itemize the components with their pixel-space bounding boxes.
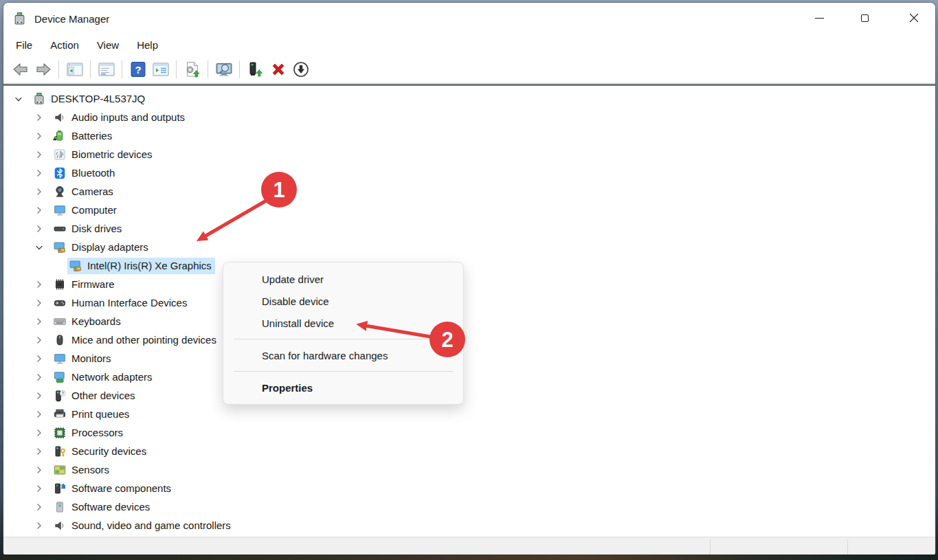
update-driver-button[interactable] [181, 58, 203, 80]
svg-text:?: ? [61, 390, 64, 395]
action-pane-button[interactable] [150, 58, 171, 80]
toolbar-separator [122, 60, 122, 78]
printer-icon [53, 407, 67, 421]
context-menu-item-properties[interactable]: Properties [223, 377, 463, 399]
tree-item-content: Intel(R) Iris(R) Xe Graphics [67, 258, 215, 274]
menu-file[interactable]: File [7, 36, 41, 54]
hid-icon [53, 296, 67, 310]
chevron-right-icon[interactable] [32, 148, 46, 161]
tree-item-content: Software components [52, 480, 175, 497]
show-console-tree-button[interactable] [64, 58, 85, 80]
tree-item[interactable]: Software devices [3, 497, 935, 516]
close-button[interactable] [898, 3, 930, 33]
chevron-right-icon[interactable] [32, 296, 46, 310]
context-menu-item-uninstall-device[interactable]: Uninstall device [223, 312, 463, 334]
chevron-down-icon[interactable] [32, 240, 46, 254]
chevron-right-icon[interactable] [32, 463, 46, 477]
chevron-right-icon[interactable] [32, 352, 46, 366]
tree-item[interactable]: Firmware [3, 275, 935, 293]
tree-item-label: Keyboards [71, 315, 121, 327]
chevron-right-icon[interactable] [32, 203, 46, 217]
tree-item-content: Bluetooth [52, 165, 118, 181]
tree-item-label: Human Interface Devices [71, 297, 187, 309]
tree-item-content: Security devices [52, 443, 150, 460]
tree-item[interactable]: Intel(R) Iris(R) Xe Graphics [3, 256, 935, 275]
down-arrow-circle-icon [292, 60, 310, 78]
forward-arrow-icon [34, 60, 52, 78]
update-device-driver-button[interactable] [245, 58, 266, 80]
context-menu-item-disable-device[interactable]: Disable device [223, 290, 463, 312]
back-button[interactable] [10, 58, 31, 80]
tree-item-label: Computer [71, 204, 117, 216]
tree-item[interactable]: Print queues [3, 405, 935, 423]
menu-view[interactable]: View [88, 36, 128, 54]
tree-item[interactable]: Sound, video and game controllers [3, 516, 935, 535]
sensor-icon [53, 463, 67, 477]
scan-hardware-changes-button[interactable] [213, 58, 234, 80]
tree-item[interactable]: Mice and other pointing devices [3, 331, 935, 349]
forward-button[interactable] [32, 58, 54, 80]
tree-item[interactable]: ?Other devices [3, 386, 935, 405]
chevron-right-icon[interactable] [32, 426, 46, 440]
tree-item[interactable]: DESKTOP-4L537JQ [3, 89, 935, 108]
tree-item[interactable]: Bluetooth [3, 164, 935, 182]
tree-item-label: Bluetooth [71, 167, 115, 179]
help-icon: ? [129, 60, 147, 78]
uninstall-device-button[interactable] [267, 58, 289, 80]
chevron-right-icon[interactable] [32, 222, 46, 236]
chevron-right-icon[interactable] [32, 111, 46, 124]
tree-item[interactable]: Monitors [3, 349, 935, 368]
tree-item[interactable]: Biometric devices [3, 145, 935, 164]
tree-item-label: Security devices [71, 445, 146, 457]
chevron-right-icon[interactable] [32, 278, 46, 291]
tree-item-label: Firmware [71, 278, 115, 290]
speaker-icon [53, 519, 67, 533]
help-button[interactable]: ? [127, 58, 148, 80]
tree-item[interactable]: Security devices [3, 442, 935, 460]
tree-item[interactable]: Processors [3, 423, 935, 442]
menu-action[interactable]: Action [41, 36, 88, 54]
tree-item[interactable]: Network adapters [3, 368, 935, 386]
tree-item-content: Biometric devices [52, 146, 156, 163]
chevron-right-icon[interactable] [32, 333, 46, 347]
security-device-icon [53, 445, 67, 458]
chevron-right-icon[interactable] [32, 129, 46, 143]
chevron-right-icon[interactable] [32, 370, 46, 384]
toolbar-separator [176, 60, 177, 78]
tree-item[interactable]: Computer [3, 201, 935, 219]
maximize-button[interactable] [849, 3, 880, 33]
chevron-right-icon[interactable] [32, 482, 46, 495]
window-title: Device Manager [34, 13, 109, 25]
tree-item[interactable]: Disk drives [3, 219, 935, 238]
tree-item-label: Sensors [71, 464, 109, 475]
disable-device-button[interactable] [290, 58, 311, 80]
tree-item[interactable]: Human Interface Devices [3, 293, 935, 312]
chevron-right-icon[interactable] [32, 407, 46, 421]
tree-item-label: Processors [71, 427, 123, 438]
camera-icon [53, 185, 67, 199]
menu-help[interactable]: Help [128, 36, 167, 54]
chevron-right-icon[interactable] [32, 185, 46, 199]
chevron-right-icon[interactable] [32, 389, 46, 403]
tree-item[interactable]: Audio inputs and outputs [3, 108, 935, 126]
speaker-icon [53, 111, 67, 124]
context-menu-item-scan-for-hardware-changes[interactable]: Scan for hardware changes [223, 344, 463, 366]
tree-item[interactable]: Display adapters [3, 238, 935, 256]
page-up-arrow-icon [183, 60, 201, 78]
tree-item[interactable]: Sensors [3, 460, 935, 479]
keyboard-icon [53, 315, 67, 328]
minimize-button[interactable] [803, 3, 835, 33]
tree-item[interactable]: Keyboards [3, 312, 935, 331]
tree-item[interactable]: Software components [3, 479, 935, 497]
chevron-down-icon[interactable] [12, 92, 25, 106]
chevron-right-icon[interactable] [32, 519, 46, 533]
chevron-right-icon[interactable] [32, 500, 46, 514]
chevron-right-icon[interactable] [32, 315, 46, 328]
chevron-right-icon[interactable] [32, 445, 46, 458]
context-menu-separator [234, 339, 453, 339]
tree-item[interactable]: Cameras [3, 182, 935, 201]
tree-item[interactable]: Batteries [3, 126, 935, 145]
chevron-right-icon[interactable] [32, 166, 46, 180]
context-menu-item-update-driver[interactable]: Update driver [223, 268, 463, 290]
properties-button[interactable] [96, 58, 117, 80]
